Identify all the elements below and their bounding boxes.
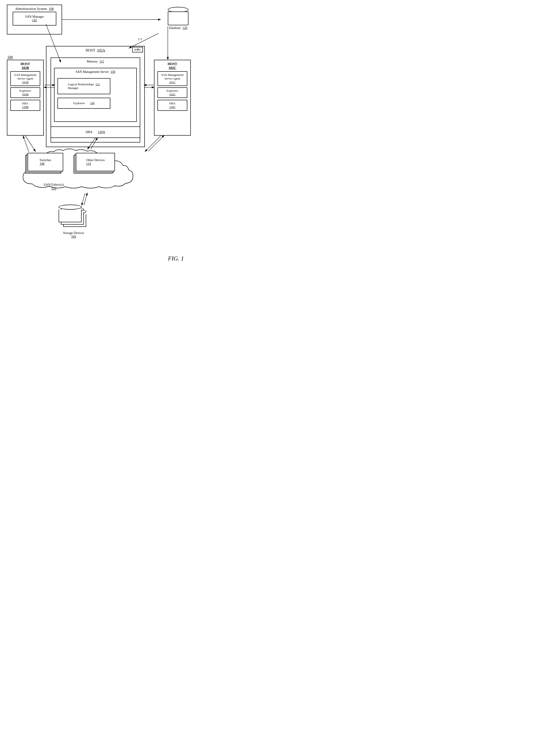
host-102c-box: HOST 102C SAN Management Server Agent 16…: [154, 60, 191, 136]
host-102b-label: HOST 102B: [9, 62, 41, 70]
fig-label: FIG. 1: [168, 255, 184, 262]
hba-b-number: 120B: [12, 105, 39, 109]
admin-system-title: Administration System 106: [9, 7, 60, 11]
diagram-container: Administration System 106 SAN Manager 14…: [0, 0, 198, 276]
storage-devices-label: Storage Devices 104: [55, 231, 92, 239]
host-102a-title: HOST 102A: [48, 48, 143, 52]
cpu-label: CPU: [134, 48, 141, 51]
logical-rel-text: Logical Relationships 121 Manager: [68, 83, 100, 90]
svg-line-11: [148, 135, 164, 151]
san-agent-b-number: 161B: [12, 80, 39, 84]
database-cylinder: [168, 7, 188, 25]
san-manager-number: 142: [32, 19, 37, 22]
san-agent-c-number: 161C: [159, 80, 186, 84]
cylinder-body: [168, 11, 188, 25]
explorers-c-number: 162C: [159, 93, 186, 96]
admin-system-number: 106: [49, 7, 54, 11]
hba-b-box: HBA 120B: [10, 100, 40, 111]
other-devices-area: Other Devices 114: [74, 153, 116, 176]
hba-c-box: HBA 120C: [157, 100, 187, 111]
label-100: 100: [7, 55, 13, 59]
other-devices-label: Other Devices 114: [86, 158, 105, 166]
host-102a-number: 102A: [97, 48, 105, 52]
hba-120a-box: HBA 120A: [51, 126, 140, 138]
logical-relationships-box: Logical Relationships 121 Manager: [57, 78, 110, 94]
memory-title: Memory 111: [53, 60, 138, 63]
database-label: Database 126: [165, 26, 191, 30]
explorers-b-box: Explorers 162B: [10, 87, 40, 98]
host-102c-label: HOST 102C: [156, 62, 188, 70]
hba-c-number: 120C: [159, 105, 186, 109]
hba-c-label: HBA: [159, 102, 186, 105]
explorers-160-box: Explorers 160: [57, 98, 110, 109]
san-manager-box: SAN Manager 142: [13, 12, 56, 26]
explorers-c-box: Explorers 162C: [157, 87, 187, 98]
admin-system-box: Administration System 106 SAN Manager 14…: [7, 5, 62, 34]
san-mgmt-agent-b-box: SAN Management Server Agent 161B: [10, 71, 40, 86]
hba-120a-text: HBA 120A: [86, 130, 105, 134]
switches-area: Switches 108: [25, 153, 64, 176]
san-fabric-label: SAN Fabric(s) 110: [44, 183, 64, 191]
san-agent-b-label: SAN Management Server Agent: [12, 73, 39, 80]
explorers-c-label: Explorers: [159, 89, 186, 93]
svg-line-16: [82, 193, 85, 206]
explorers-b-number: 162B: [12, 93, 39, 96]
switches-label: Switches 108: [40, 158, 51, 166]
svg-line-17: [84, 193, 87, 205]
san-mgmt-agent-c-box: SAN Management Server Agent 161C: [157, 71, 187, 86]
san-mgmt-server-box: SAN Management Server 150: [54, 68, 137, 122]
hba-b-label: HBA: [12, 102, 39, 105]
san-mgmt-server-title: SAN Management Server 150: [56, 70, 134, 74]
san-manager-label: SAN Manager: [25, 15, 44, 19]
storage-cyl-3: [59, 205, 82, 222]
explorers-b-label: Explorers: [12, 89, 39, 93]
database-area: Database 126: [165, 7, 191, 30]
explorers-160-text: Explorers 160: [73, 101, 95, 105]
san-agent-c-label: SAN Management Server Agent: [159, 73, 186, 80]
switches-box-front: Switches 108: [28, 153, 63, 171]
storage-cylinders: [59, 205, 88, 230]
label-171: 171: [138, 37, 143, 41]
storage-devices-area: Storage Devices 104: [55, 205, 92, 239]
host-102b-box: HOST 102B SAN Management Server Agent 16…: [7, 60, 44, 136]
svg-line-10: [145, 136, 161, 152]
other-devices-front: Other Devices 114: [76, 153, 115, 171]
cpu-box: CPU: [132, 47, 143, 52]
